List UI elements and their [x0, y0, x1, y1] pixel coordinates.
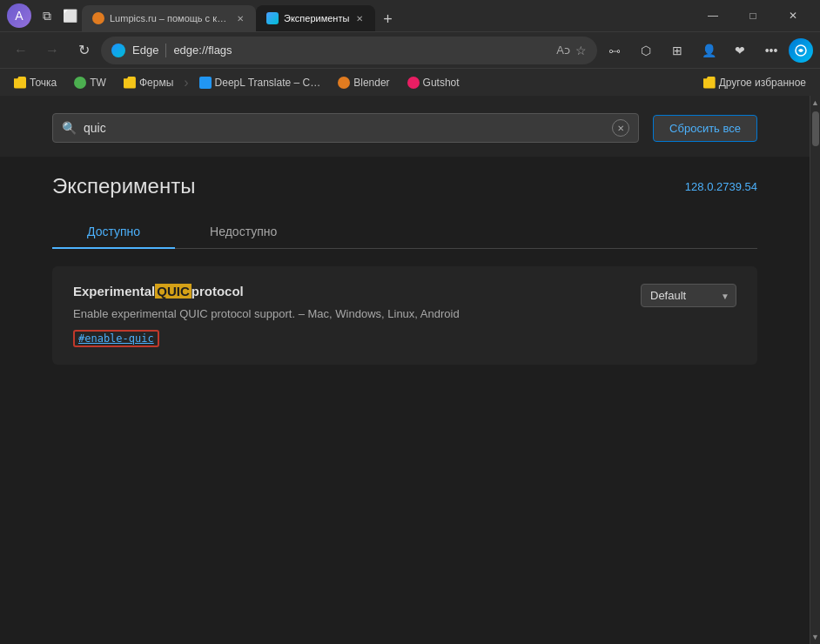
tab2-favicon [266, 12, 279, 24]
search-area: 🔍 quic ✕ Сбросить все [0, 96, 810, 157]
brand-label: Edge [132, 44, 158, 57]
tab-unavailable[interactable]: Недоступно [175, 216, 312, 249]
more-tools-icon[interactable]: ••• [757, 37, 785, 64]
minimize-button[interactable]: — [693, 2, 733, 30]
version-text: 128.0.2739.54 [685, 180, 757, 193]
flag-dropdown[interactable]: Default Enabled Disabled [641, 284, 736, 307]
copilot-button[interactable] [789, 38, 813, 63]
address-bar[interactable]: Edge edge://flags Aↄ ☆ [101, 37, 597, 64]
bookmark-tochka-icon [14, 77, 26, 89]
address-icons: Aↄ ☆ [556, 44, 587, 57]
titlebar-icons: ⧉ ⬜ [38, 7, 78, 24]
bookmark-gutshot-label: Gutshot [423, 77, 460, 89]
flag-title-suffix: protocol [192, 284, 244, 299]
bookmark-blender-icon [338, 77, 350, 89]
tab2-label: Эксперименты [284, 13, 349, 23]
experiments-header: Эксперименты 128.0.2739.54 [52, 174, 757, 198]
bookmark-blender-label: Blender [353, 77, 389, 89]
reset-all-button[interactable]: Сбросить все [653, 115, 757, 142]
edge-logo-icon [111, 44, 125, 57]
favorites-toolbar-icon[interactable]: ❤ [726, 37, 754, 64]
scroll-down-arrow[interactable]: ▼ [810, 630, 821, 644]
profile-icon[interactable]: 👤 [695, 37, 723, 64]
flag-card: Experimental QUIC protocol Enable experi… [52, 266, 757, 365]
page-content: 🔍 quic ✕ Сбросить все Эксперименты 128.0… [0, 96, 820, 644]
bookmark-tochka-label: Точка [30, 77, 57, 89]
avatar[interactable]: A [7, 3, 31, 28]
scrollbar[interactable]: ▲ ▼ [810, 96, 820, 644]
copy-icon[interactable]: ⧉ [38, 7, 56, 24]
tab-available[interactable]: Доступно [52, 216, 175, 249]
bookmark-other[interactable]: Другое избранное [696, 74, 813, 91]
flags-page: 🔍 quic ✕ Сбросить все Эксперименты 128.0… [0, 96, 810, 644]
toolbar-right: ⧟ ⬡ ⊞ 👤 ❤ ••• [601, 37, 813, 64]
maximize-button[interactable]: □ [733, 2, 773, 30]
scroll-up-arrow[interactable]: ▲ [810, 96, 821, 110]
new-tab-button[interactable]: + [375, 7, 400, 31]
bookmark-blender[interactable]: Blender [331, 74, 396, 91]
tab-lumpics[interactable]: Lumpics.ru – помощь с компьют… ✕ [82, 5, 256, 31]
bookmark-other-icon [703, 77, 716, 89]
flag-row: Experimental QUIC protocol Enable experi… [73, 284, 736, 347]
bookmark-other-label: Другое избранное [719, 77, 806, 89]
tab1-label: Lumpics.ru – помощь с компьют… [110, 13, 230, 23]
bookmark-fermy[interactable]: Фермы [117, 74, 180, 91]
bookmark-tochka[interactable]: Точка [7, 74, 64, 91]
back-button[interactable]: ← [7, 37, 35, 64]
bookmark-tw-icon [74, 77, 86, 89]
flag-title: Experimental QUIC protocol [73, 284, 623, 299]
flag-title-prefix: Experimental [73, 284, 155, 299]
bookmarks-sep1: › [184, 75, 188, 91]
tabs-area: Lumpics.ru – помощь с компьют… ✕ Экспери… [82, 0, 689, 31]
extensions-icon[interactable]: ⧟ [601, 37, 628, 64]
scroll-thumb[interactable] [812, 111, 819, 146]
search-box: 🔍 quic ✕ [52, 113, 639, 143]
forward-button[interactable]: → [38, 37, 66, 64]
read-aloud-icon[interactable]: Aↄ [556, 44, 570, 57]
close-button[interactable]: ✕ [773, 2, 813, 30]
split-icon[interactable]: ⬡ [632, 37, 660, 64]
bookmark-deepl-icon [199, 77, 212, 89]
bookmark-tw-label: TW [90, 77, 106, 89]
flag-description: Enable experimental QUIC protocol suppor… [73, 305, 623, 323]
flag-control: Default Enabled Disabled ▼ [641, 284, 736, 307]
flag-info: Experimental QUIC protocol Enable experi… [73, 284, 623, 347]
favorites-icon[interactable]: ☆ [575, 44, 587, 57]
tab2-close[interactable]: ✕ [354, 12, 365, 25]
search-icon: 🔍 [62, 121, 77, 135]
address-text[interactable]: edge://flags [173, 44, 549, 57]
bookmarks-right: Другое избранное [696, 74, 813, 91]
flag-tabs: Доступно Недоступно [52, 216, 757, 249]
refresh-button[interactable]: ↻ [70, 37, 97, 64]
collections-icon[interactable]: ⊞ [663, 37, 691, 64]
window-controls: — □ ✕ [693, 2, 813, 30]
toolbar: ← → ↻ Edge edge://flags Aↄ ☆ ⧟ ⬡ ⊞ 👤 ❤ •… [0, 31, 820, 68]
tab1-favicon [92, 12, 104, 24]
page-title: Эксперименты [52, 174, 195, 198]
search-input[interactable]: quic [84, 121, 605, 135]
bottom-area [0, 382, 810, 556]
bookmark-deepl[interactable]: DeepL Translate – C… [192, 74, 328, 91]
bookmark-fermy-label: Фермы [139, 77, 173, 89]
flag-title-highlight: QUIC [155, 284, 192, 299]
tab-experiments[interactable]: Эксперименты ✕ [256, 5, 375, 31]
bookmark-gutshot-icon [407, 77, 420, 89]
bookmark-deepl-label: DeepL Translate – C… [215, 77, 321, 89]
bookmarks-bar: Точка TW Фермы › DeepL Translate – C… Bl… [0, 68, 820, 96]
address-divider [165, 44, 166, 57]
tab1-close[interactable]: ✕ [235, 12, 245, 25]
titlebar: A ⧉ ⬜ Lumpics.ru – помощь с компьют… ✕ Э… [0, 0, 820, 31]
bookmark-fermy-icon [124, 77, 136, 89]
flag-id[interactable]: #enable-quic [73, 330, 159, 347]
window-icon[interactable]: ⬜ [61, 7, 78, 24]
search-clear-button[interactable]: ✕ [612, 119, 629, 137]
bookmark-gutshot[interactable]: Gutshot [400, 74, 467, 91]
bookmark-tw[interactable]: TW [67, 74, 113, 91]
experiments-section: Эксперименты 128.0.2739.54 Доступно Недо… [0, 157, 810, 382]
flag-dropdown-wrapper: Default Enabled Disabled ▼ [641, 284, 736, 307]
